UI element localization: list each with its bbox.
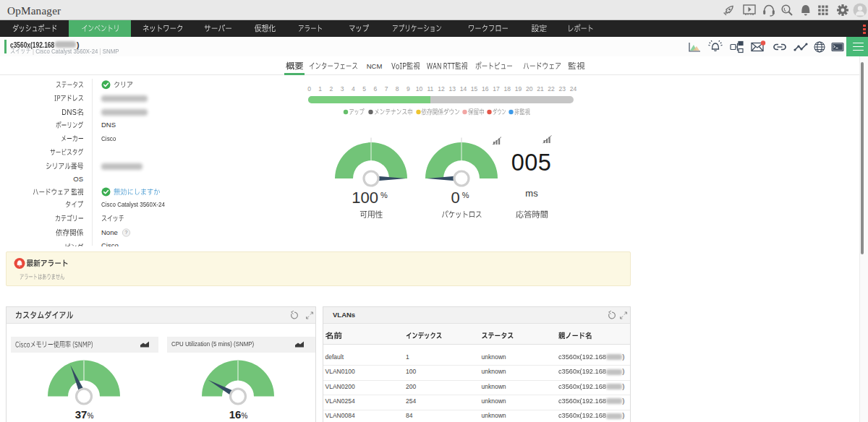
svg-text:?: ? bbox=[125, 230, 128, 235]
